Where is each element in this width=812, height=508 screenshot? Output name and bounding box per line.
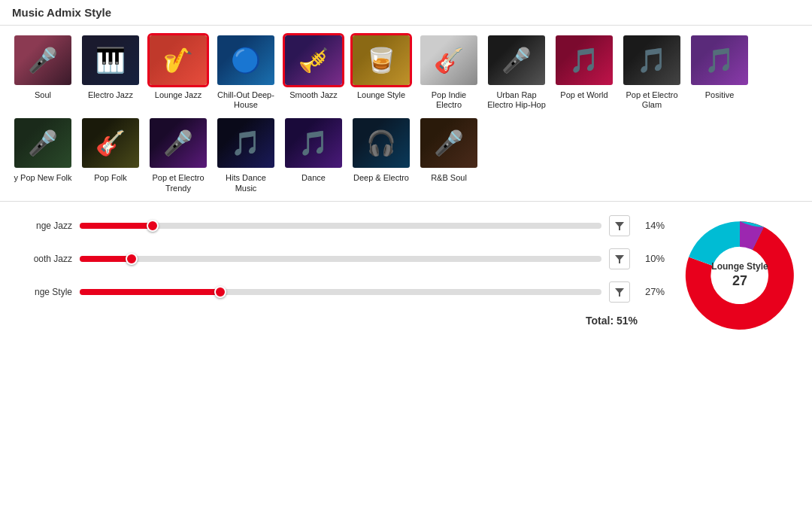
music-thumb-loungejazz: 🎷 bbox=[147, 33, 209, 87]
slider-track-3[interactable] bbox=[80, 285, 601, 299]
music-item-positive[interactable]: 🎵Positive bbox=[689, 33, 750, 100]
music-label-loungejazz: Lounge Jazz bbox=[155, 90, 201, 100]
svg-marker-2 bbox=[615, 288, 624, 297]
svg-point-3 bbox=[711, 247, 768, 304]
slider-label-3: nge Style bbox=[12, 287, 72, 297]
music-thumb-popworld: 🎵 bbox=[553, 33, 615, 87]
music-bg-popelectrotrendy: 🎤 bbox=[150, 118, 207, 168]
music-bg-dance: 🎵 bbox=[285, 118, 342, 168]
music-item-hitsdance[interactable]: 🎵Hits Dance Music bbox=[215, 116, 277, 193]
music-bg-loungestyle: 🥃 bbox=[353, 35, 410, 85]
total-value: 51% bbox=[617, 315, 638, 327]
sliders-area: nge Jazz 14% ooth Jazz bbox=[12, 215, 665, 327]
music-bg-smoothjazz: 🎺 bbox=[285, 35, 342, 85]
music-grid: 🎤Soul🎹Electro Jazz🎷Lounge Jazz🔵Chill-Out… bbox=[0, 26, 812, 198]
music-row-2: 🎤y Pop New Folk🎸Pop Folk🎤Pop et Electro … bbox=[12, 116, 800, 193]
music-label-popworld: Pop et World bbox=[560, 90, 607, 100]
music-label-deepelectro: Deep & Electro bbox=[353, 173, 409, 183]
music-bg-popworld: 🎵 bbox=[556, 35, 613, 85]
music-label-popelectrotrendy: Pop et Electro Trendy bbox=[147, 173, 209, 193]
music-thumb-smoothjazz: 🎺 bbox=[283, 33, 344, 87]
music-item-smoothjazz[interactable]: 🎺Smooth Jazz bbox=[283, 33, 344, 100]
music-item-popindie[interactable]: 🎸Pop Indie Electro bbox=[418, 33, 480, 110]
music-bg-hitsdance: 🎵 bbox=[217, 118, 274, 168]
music-bg-popelectro: 🎵 bbox=[623, 35, 680, 85]
music-item-electrojazz[interactable]: 🎹Electro Jazz bbox=[80, 33, 141, 100]
music-item-deepelectro[interactable]: 🎧Deep & Electro bbox=[350, 116, 412, 183]
music-item-rbsoul[interactable]: 🎤R&B Soul bbox=[418, 116, 480, 183]
music-thumb-rbsoul: 🎤 bbox=[418, 116, 480, 170]
slider-pct-1: 14% bbox=[638, 220, 665, 231]
music-bg-positive: 🎵 bbox=[691, 35, 748, 85]
page-header: Music Admix Style bbox=[0, 0, 812, 26]
music-item-urbanrap[interactable]: 🎤Urban Rap Electro Hip-Hop bbox=[486, 33, 547, 110]
music-thumb-popfolk: 🎸 bbox=[80, 116, 141, 170]
music-item-popworld[interactable]: 🎵Pop et World bbox=[553, 33, 615, 100]
music-label-popelectro: Pop et Electro Glam bbox=[621, 90, 683, 110]
music-item-popfolk[interactable]: 🎸Pop Folk bbox=[80, 116, 141, 183]
filter-button-1[interactable] bbox=[609, 215, 630, 236]
music-thumb-chillout: 🔵 bbox=[215, 33, 277, 87]
music-bg-chillout: 🔵 bbox=[217, 35, 274, 85]
total-label: Total: bbox=[586, 315, 614, 327]
music-thumb-positive: 🎵 bbox=[689, 33, 750, 87]
music-bg-deepelectro: 🎧 bbox=[353, 118, 410, 168]
music-item-soul[interactable]: 🎤Soul bbox=[12, 33, 74, 100]
music-item-popnewfolk[interactable]: 🎤y Pop New Folk bbox=[12, 116, 74, 183]
music-bg-popindie: 🎸 bbox=[420, 35, 477, 85]
filter-button-3[interactable] bbox=[609, 281, 630, 303]
music-label-urbanrap: Urban Rap Electro Hip-Hop bbox=[486, 90, 547, 110]
music-bg-popfolk: 🎸 bbox=[82, 118, 139, 168]
divider bbox=[0, 201, 812, 202]
music-label-loungestyle: Lounge Style bbox=[357, 90, 405, 100]
music-label-popfolk: Pop Folk bbox=[94, 173, 126, 183]
music-label-rbsoul: R&B Soul bbox=[431, 173, 467, 183]
music-thumb-electrojazz: 🎹 bbox=[80, 33, 141, 87]
filter-button-2[interactable] bbox=[609, 248, 630, 269]
slider-row-1: nge Jazz 14% bbox=[12, 215, 665, 236]
music-label-positive: Positive bbox=[705, 90, 735, 100]
music-bg-urbanrap: 🎤 bbox=[488, 35, 545, 85]
music-thumb-popelectro: 🎵 bbox=[621, 33, 683, 87]
slider-pct-2: 10% bbox=[638, 253, 665, 264]
music-label-dance: Dance bbox=[301, 173, 326, 183]
music-thumb-deepelectro: 🎧 bbox=[350, 116, 412, 170]
music-bg-popnewfolk: 🎤 bbox=[14, 118, 71, 168]
music-bg-electrojazz: 🎹 bbox=[82, 35, 139, 85]
music-item-chillout[interactable]: 🔵Chill-Out Deep-House bbox=[215, 33, 277, 110]
music-item-popelectrotrendy[interactable]: 🎤Pop et Electro Trendy bbox=[147, 116, 209, 193]
total-row: Total: 51% bbox=[12, 315, 665, 327]
music-label-popnewfolk: y Pop New Folk bbox=[14, 173, 71, 183]
music-thumb-popindie: 🎸 bbox=[418, 33, 480, 87]
slider-label-2: ooth Jazz bbox=[12, 254, 72, 264]
slider-row-3: nge Style 27% bbox=[12, 281, 665, 303]
music-item-loungejazz[interactable]: 🎷Lounge Jazz bbox=[147, 33, 209, 100]
music-thumb-dance: 🎵 bbox=[283, 116, 344, 170]
music-bg-rbsoul: 🎤 bbox=[420, 118, 477, 168]
music-item-dance[interactable]: 🎵Dance bbox=[283, 116, 344, 183]
music-thumb-soul: 🎤 bbox=[12, 33, 74, 87]
music-item-loungestyle[interactable]: 🥃Lounge Style bbox=[350, 33, 412, 100]
slider-track-1[interactable] bbox=[80, 219, 601, 233]
music-bg-loungejazz: 🎷 bbox=[150, 35, 207, 85]
music-label-smoothjazz: Smooth Jazz bbox=[289, 90, 338, 100]
music-bg-soul: 🎤 bbox=[14, 35, 71, 85]
page-container: Music Admix Style 🎤Soul🎹Electro Jazz🎷Lou… bbox=[0, 0, 812, 508]
music-label-popindie: Pop Indie Electro bbox=[418, 90, 480, 110]
music-label-electrojazz: Electro Jazz bbox=[88, 90, 133, 100]
music-thumb-popnewfolk: 🎤 bbox=[12, 116, 74, 170]
donut-svg bbox=[680, 215, 800, 336]
music-label-soul: Soul bbox=[35, 90, 51, 100]
music-thumb-popelectrotrendy: 🎤 bbox=[147, 116, 209, 170]
music-thumb-hitsdance: 🎵 bbox=[215, 116, 277, 170]
music-thumb-urbanrap: 🎤 bbox=[486, 33, 547, 87]
page-title: Music Admix Style bbox=[12, 6, 111, 19]
music-label-hitsdance: Hits Dance Music bbox=[215, 173, 277, 193]
slider-pct-3: 27% bbox=[638, 286, 665, 297]
music-item-popelectro[interactable]: 🎵Pop et Electro Glam bbox=[621, 33, 683, 110]
svg-marker-1 bbox=[615, 255, 624, 263]
slider-row-2: ooth Jazz 10% bbox=[12, 248, 665, 269]
donut-chart: Lounge Style 27 bbox=[680, 215, 800, 336]
bottom-section: nge Jazz 14% ooth Jazz bbox=[0, 208, 812, 342]
slider-track-2[interactable] bbox=[80, 252, 601, 266]
